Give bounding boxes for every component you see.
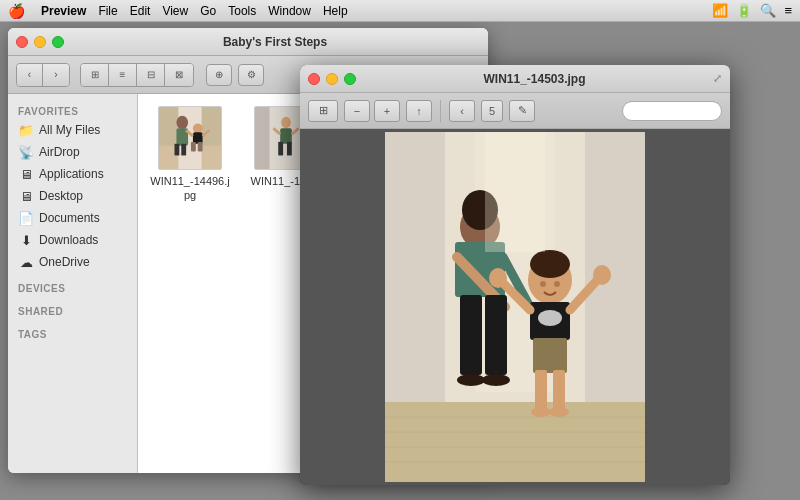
- tags-label: TAGS: [8, 325, 137, 342]
- page-number-badge: 5: [481, 100, 503, 122]
- sidebar-item-label: Applications: [39, 167, 104, 181]
- action-button[interactable]: ⚙: [238, 64, 264, 86]
- sidebar-item-documents[interactable]: 📄 Documents: [8, 207, 137, 229]
- svg-point-48: [549, 407, 569, 417]
- svg-point-47: [531, 407, 551, 417]
- preview-window-title: WIN11_-14503.jpg: [362, 72, 707, 86]
- sidebar-item-label: Documents: [39, 211, 100, 225]
- menu-view[interactable]: View: [162, 4, 188, 18]
- view-icon-button[interactable]: ⊞: [81, 64, 109, 86]
- sidebar-item-applications[interactable]: 🖥 Applications: [8, 163, 137, 185]
- preview-toolbar: ⊞ − + ↑ ‹ 5 ✎: [300, 93, 730, 129]
- svg-rect-46: [553, 370, 565, 410]
- svg-point-35: [530, 250, 570, 278]
- sidebar-item-label: Downloads: [39, 233, 98, 247]
- svg-point-43: [593, 265, 611, 285]
- menu-edit[interactable]: Edit: [130, 4, 151, 18]
- menu-extras-icon[interactable]: ≡: [784, 3, 792, 18]
- menu-file[interactable]: File: [98, 4, 117, 18]
- svg-rect-6: [181, 144, 186, 156]
- finder-titlebar: Baby's First Steps: [8, 28, 488, 56]
- svg-point-33: [482, 374, 510, 386]
- preview-fullscreen-icon[interactable]: ⤢: [713, 72, 722, 85]
- sidebar-item-airdrop[interactable]: 📡 AirDrop: [8, 141, 137, 163]
- sidebar: FAVORITES 📁 All My Files 📡 AirDrop 🖥 App…: [8, 94, 138, 473]
- menu-window[interactable]: Window: [268, 4, 311, 18]
- sidebar-item-all-my-files[interactable]: 📁 All My Files: [8, 119, 137, 141]
- sidebar-item-desktop[interactable]: 🖥 Desktop: [8, 185, 137, 207]
- toolbar-divider: [440, 100, 441, 122]
- menu-help[interactable]: Help: [323, 4, 348, 18]
- close-button[interactable]: [16, 36, 28, 48]
- nav-button-group: ‹ ›: [16, 63, 70, 87]
- airdrop-icon: 📡: [18, 144, 34, 160]
- file-thumb-1: [158, 106, 222, 170]
- apple-menu-icon[interactable]: 🍎: [8, 3, 25, 19]
- downloads-icon: ⬇: [18, 232, 34, 248]
- preview-search-input[interactable]: [622, 101, 722, 121]
- preview-titlebar: WIN11_-14503.jpg ⤢: [300, 65, 730, 93]
- sidebar-item-label: All My Files: [39, 123, 100, 137]
- finder-window-title: Baby's First Steps: [70, 35, 480, 49]
- svg-point-7: [193, 123, 203, 133]
- svg-rect-30: [460, 295, 482, 375]
- all-my-files-icon: 📁: [18, 122, 34, 138]
- zoom-group: − +: [344, 100, 400, 122]
- sidebar-item-onedrive[interactable]: ☁ OneDrive: [8, 251, 137, 273]
- svg-point-37: [554, 281, 560, 287]
- sidebar-item-label: Desktop: [39, 189, 83, 203]
- desktop-icon: 🖥: [18, 188, 34, 204]
- menubar: 🍎 Preview File Edit View Go Tools Window…: [0, 0, 800, 22]
- maximize-button[interactable]: [52, 36, 64, 48]
- svg-rect-9: [191, 142, 196, 152]
- search-menu-icon[interactable]: 🔍: [760, 3, 776, 18]
- svg-rect-5: [175, 144, 180, 156]
- file-name-1: WIN11_-14496.jpg: [150, 174, 230, 203]
- preview-close-button[interactable]: [308, 73, 320, 85]
- view-cover-button[interactable]: ⊠: [165, 64, 193, 86]
- svg-rect-10: [198, 142, 203, 152]
- forward-button[interactable]: ›: [43, 64, 69, 86]
- app-name[interactable]: Preview: [41, 4, 86, 18]
- favorites-label: FAVORITES: [8, 102, 137, 119]
- menu-go[interactable]: Go: [200, 4, 216, 18]
- preview-view-button[interactable]: ⊞: [308, 100, 338, 122]
- preview-content: [300, 129, 730, 485]
- menubar-right: 📶 🔋 🔍 ≡: [712, 3, 792, 18]
- view-list-button[interactable]: ≡: [109, 64, 137, 86]
- svg-rect-16: [280, 128, 292, 144]
- sidebar-item-label: AirDrop: [39, 145, 80, 159]
- svg-rect-45: [535, 370, 547, 410]
- svg-rect-23: [385, 402, 645, 482]
- svg-rect-17: [278, 142, 283, 156]
- menu-tools[interactable]: Tools: [228, 4, 256, 18]
- preview-minimize-button[interactable]: [326, 73, 338, 85]
- battery-icon: 🔋: [736, 3, 752, 18]
- edit-button[interactable]: ✎: [509, 100, 535, 122]
- applications-icon: 🖥: [18, 166, 34, 182]
- arrange-button[interactable]: ⊕: [206, 64, 232, 86]
- preview-maximize-button[interactable]: [344, 73, 356, 85]
- svg-point-3: [176, 116, 188, 130]
- documents-icon: 📄: [18, 210, 34, 226]
- svg-rect-49: [485, 132, 545, 252]
- onedrive-icon: ☁: [18, 254, 34, 270]
- zoom-out-button[interactable]: −: [344, 100, 370, 122]
- svg-point-15: [281, 117, 291, 129]
- svg-point-39: [538, 310, 562, 326]
- zoom-in-button[interactable]: +: [374, 100, 400, 122]
- share-button[interactable]: ↑: [406, 100, 432, 122]
- sidebar-item-label: OneDrive: [39, 255, 90, 269]
- minimize-button[interactable]: [34, 36, 46, 48]
- prev-page-button[interactable]: ‹: [449, 100, 475, 122]
- preview-window: WIN11_-14503.jpg ⤢ ⊞ − + ↑ ‹ 5 ✎: [300, 65, 730, 485]
- devices-label: DEVICES: [8, 279, 137, 296]
- svg-point-42: [489, 268, 507, 288]
- sidebar-item-downloads[interactable]: ⬇ Downloads: [8, 229, 137, 251]
- view-button-group: ⊞ ≡ ⊟ ⊠: [80, 63, 194, 87]
- svg-rect-44: [533, 338, 567, 373]
- view-column-button[interactable]: ⊟: [137, 64, 165, 86]
- back-button[interactable]: ‹: [17, 64, 43, 86]
- file-item-1[interactable]: WIN11_-14496.jpg: [150, 106, 230, 203]
- svg-point-32: [457, 374, 485, 386]
